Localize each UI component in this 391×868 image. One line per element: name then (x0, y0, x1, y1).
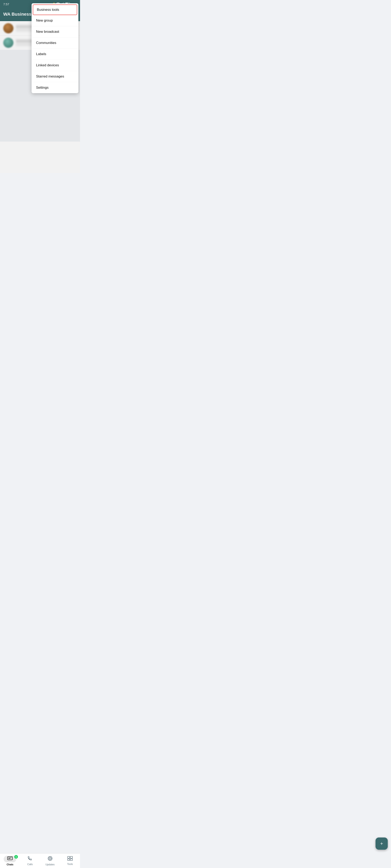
dropdown-item-labels[interactable]: Labels (32, 49, 78, 60)
dropdown-item-settings[interactable]: Settings (32, 82, 78, 93)
dropdown-item-new-broadcast[interactable]: New broadcast (32, 26, 78, 37)
dropdown-item-linked-devices[interactable]: Linked devices (32, 60, 78, 71)
dropdown-menu: Business tools New group New broadcast C… (32, 3, 78, 93)
dropdown-item-communities[interactable]: Communities (32, 37, 78, 49)
dropdown-item-business-tools[interactable]: Business tools (33, 4, 77, 15)
dropdown-item-starred-messages[interactable]: Starred messages (32, 71, 78, 82)
dropdown-item-new-group[interactable]: New group (32, 15, 78, 26)
